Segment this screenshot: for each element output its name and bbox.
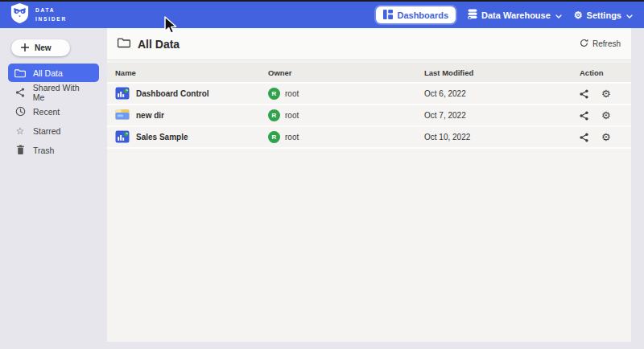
panel-header: All Data Refresh bbox=[107, 28, 631, 60]
sidebar-item-starred[interactable]: ☆ Starred bbox=[8, 121, 99, 140]
dashboard-file-icon bbox=[115, 87, 130, 101]
sidebar-item-label: Trash bbox=[33, 146, 54, 155]
page-title: All Data bbox=[138, 38, 180, 51]
settings-button[interactable]: ⚙ Settings bbox=[574, 6, 633, 23]
folder-file-icon bbox=[115, 109, 130, 122]
sidebar-item-recent[interactable]: Recent bbox=[8, 102, 99, 121]
refresh-icon bbox=[580, 39, 588, 49]
gear-action-icon[interactable]: ⚙ bbox=[601, 132, 611, 142]
sidebar-item-all-data[interactable]: All Data bbox=[8, 64, 99, 82]
dashboard-file-icon bbox=[115, 130, 130, 145]
file-name: Sales Sample bbox=[136, 133, 188, 142]
file-name: new dir bbox=[136, 111, 164, 120]
app-screen: DATA INSIDER Dashboards bbox=[0, 0, 644, 349]
share-action-icon[interactable] bbox=[580, 111, 588, 121]
star-icon: ☆ bbox=[14, 126, 26, 136]
content-panel: All Data Refresh Name Owner Last Modifie… bbox=[107, 28, 631, 342]
column-header-last-modified: Last Modified bbox=[424, 68, 580, 77]
folder-icon bbox=[14, 68, 26, 78]
column-header-action: Action bbox=[580, 68, 631, 77]
owl-logo-icon bbox=[10, 2, 30, 27]
topbar: DATA INSIDER Dashboards bbox=[0, 0, 644, 28]
owner-name: root bbox=[285, 133, 299, 142]
refresh-button[interactable]: Refresh bbox=[580, 39, 621, 49]
settings-label: Settings bbox=[587, 10, 621, 20]
chevron-down-icon bbox=[626, 10, 633, 20]
sidebar-item-label: Recent bbox=[33, 107, 60, 117]
gear-action-icon[interactable]: ⚙ bbox=[601, 88, 611, 99]
gear-action-icon[interactable]: ⚙ bbox=[601, 110, 611, 121]
new-button-label: New bbox=[35, 43, 52, 52]
data-warehouse-button[interactable]: Data Warehouse bbox=[468, 6, 562, 23]
brand-line2: INSIDER bbox=[35, 15, 67, 23]
trash-icon bbox=[14, 145, 26, 155]
refresh-label: Refresh bbox=[592, 39, 621, 48]
column-header-name: Name bbox=[115, 68, 268, 77]
sidebar-item-shared-with-me[interactable]: Shared With Me bbox=[8, 83, 99, 101]
sidebar-item-label: Shared With Me bbox=[33, 83, 93, 102]
column-header-owner: Owner bbox=[268, 68, 424, 77]
table-row[interactable]: Sales Sample R root Oct 10, 2022 bbox=[107, 127, 631, 149]
owner-avatar: R bbox=[268, 88, 280, 100]
owner-name: root bbox=[285, 111, 299, 120]
dashboards-icon bbox=[383, 10, 393, 21]
brand-logo[interactable]: DATA INSIDER bbox=[10, 2, 67, 27]
last-modified: Oct 7, 2022 bbox=[424, 111, 580, 120]
sidebar-item-label: Starred bbox=[33, 126, 60, 136]
owner-avatar: R bbox=[268, 131, 280, 143]
topbar-nav: Dashboards Data Warehouse ⚙ bbox=[376, 6, 633, 23]
dashboards-button[interactable]: Dashboards bbox=[376, 6, 456, 23]
new-button[interactable]: New bbox=[11, 39, 70, 56]
file-name: Dashboard Control bbox=[136, 89, 209, 98]
files-table: Name Owner Last Modified Action bbox=[107, 63, 631, 149]
table-row[interactable]: Dashboard Control R root Oct 6, 2022 bbox=[107, 84, 631, 105]
share-action-icon[interactable] bbox=[580, 89, 588, 99]
sidebar-item-label: All Data bbox=[33, 68, 63, 78]
sidebar-item-trash[interactable]: Trash bbox=[8, 141, 99, 159]
brand-name: DATA INSIDER bbox=[35, 6, 67, 23]
table-header-row: Name Owner Last Modified Action bbox=[107, 63, 631, 84]
last-modified: Oct 6, 2022 bbox=[424, 89, 580, 98]
sidebar-nav: All Data Shared With Me bbox=[0, 64, 107, 159]
last-modified: Oct 10, 2022 bbox=[424, 133, 580, 142]
dashboards-label: Dashboards bbox=[397, 10, 448, 20]
chevron-down-icon bbox=[555, 10, 562, 20]
brand-line1: DATA bbox=[35, 6, 67, 14]
database-icon bbox=[468, 9, 477, 21]
owner-name: root bbox=[285, 89, 299, 98]
table-row[interactable]: new dir R root Oct 7, 2022 bbox=[107, 105, 631, 127]
share-icon bbox=[14, 88, 26, 97]
plus-icon bbox=[21, 43, 29, 53]
folder-icon bbox=[118, 37, 130, 51]
share-action-icon[interactable] bbox=[580, 133, 588, 142]
sidebar: New All Data Shared With Me bbox=[0, 28, 107, 349]
gear-icon: ⚙ bbox=[574, 10, 583, 20]
owner-avatar: R bbox=[268, 109, 280, 121]
data-warehouse-label: Data Warehouse bbox=[481, 10, 551, 20]
clock-icon bbox=[14, 106, 26, 117]
